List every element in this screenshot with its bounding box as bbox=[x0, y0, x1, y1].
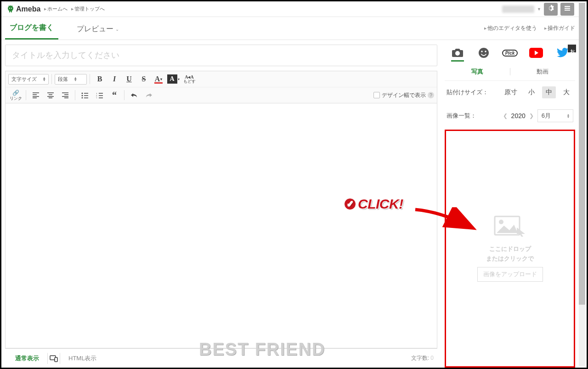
title-input[interactable] bbox=[5, 45, 437, 66]
media-tab-photo[interactable]: 写真 bbox=[445, 63, 510, 80]
media-tab-video[interactable]: 動画 bbox=[510, 63, 576, 80]
dropzone-highlight: ここにドロップ またはクリックで 画像をアップロード bbox=[445, 130, 575, 368]
view-footer: 通常表示 HTML表示 文字数: 0 bbox=[5, 348, 437, 368]
year-prev-icon[interactable]: ❮ bbox=[503, 113, 508, 119]
image-list-label: 画像一覧： bbox=[447, 112, 476, 120]
svg-point-8 bbox=[479, 48, 489, 58]
align-left-button[interactable] bbox=[29, 89, 43, 101]
size-opt-original[interactable]: 原寸 bbox=[501, 86, 521, 98]
year-value: 2020 bbox=[511, 112, 526, 119]
font-size-select[interactable]: 文字サイズ ▴▾ bbox=[8, 74, 49, 85]
svg-point-0 bbox=[82, 93, 83, 94]
drop-text-line2: またはクリックで bbox=[477, 254, 543, 264]
size-opt-small[interactable]: 小 bbox=[525, 86, 538, 98]
upload-button[interactable]: 画像をアップロード bbox=[477, 267, 543, 282]
link-button[interactable]: 🔗 リンク bbox=[8, 89, 23, 101]
italic-button[interactable]: I bbox=[107, 73, 121, 85]
design-width-label: デザイン幅で表示 bbox=[382, 91, 426, 99]
scrollbar[interactable] bbox=[579, 3, 585, 366]
link-guide[interactable]: 操作ガイド bbox=[544, 24, 575, 32]
hamburger-icon bbox=[564, 5, 571, 13]
strikethrough-button[interactable]: S bbox=[137, 73, 151, 85]
bg-color-button[interactable]: A▾ bbox=[166, 73, 180, 85]
brand-text: Ameba bbox=[16, 5, 40, 13]
reset-format-button[interactable]: A◂A もどす bbox=[181, 73, 198, 85]
year-next-icon[interactable]: ❯ bbox=[529, 113, 534, 119]
redo-button[interactable] bbox=[142, 89, 156, 101]
gear-icon bbox=[547, 5, 554, 13]
device-preview-icon[interactable] bbox=[50, 354, 58, 363]
char-count: 文字数: 0 bbox=[411, 354, 434, 362]
svg-point-2 bbox=[82, 97, 83, 99]
view-tab-normal[interactable]: 通常表示 bbox=[9, 351, 45, 366]
settings-button[interactable] bbox=[544, 3, 558, 16]
bold-button[interactable]: B bbox=[93, 73, 107, 85]
stepper-icon: ▴▾ bbox=[43, 77, 45, 81]
align-center-button[interactable] bbox=[44, 89, 57, 101]
number-list-button[interactable]: 123 bbox=[93, 89, 107, 101]
quote-button[interactable]: “ bbox=[107, 89, 121, 101]
link-other-editor[interactable]: 他のエディタを使う bbox=[484, 24, 537, 32]
chevron-down-icon: ⌄ bbox=[115, 27, 119, 32]
image-placeholder-icon bbox=[477, 216, 543, 240]
nav-admin[interactable]: 管理トップへ bbox=[71, 6, 105, 12]
editor-tab-header: ブログを書く プレビュー ⌄ 他のエディタを使う 操作ガイド bbox=[1, 17, 579, 40]
brand-logo[interactable]: Ameba bbox=[6, 5, 40, 14]
view-tab-html[interactable]: HTML表示 bbox=[62, 351, 103, 366]
stepper-icon: ▴▾ bbox=[74, 77, 77, 81]
svg-point-10 bbox=[485, 51, 486, 52]
user-dropdown-caret[interactable]: ▼ bbox=[537, 7, 541, 11]
undo-button[interactable] bbox=[127, 89, 141, 101]
svg-rect-7 bbox=[55, 358, 57, 362]
text-color-button[interactable]: A▾ bbox=[152, 73, 165, 85]
odai-tab[interactable]: お題 bbox=[568, 45, 576, 52]
help-icon[interactable]: ? bbox=[428, 92, 434, 98]
media-emoji-icon[interactable] bbox=[474, 47, 494, 58]
nav-home[interactable]: ホームへ bbox=[44, 6, 68, 12]
underline-button[interactable]: U bbox=[122, 73, 136, 85]
media-camera-icon[interactable] bbox=[447, 48, 468, 58]
svg-point-9 bbox=[481, 51, 483, 52]
size-opt-medium[interactable]: 中 bbox=[542, 86, 556, 98]
editor-body[interactable] bbox=[5, 103, 437, 348]
align-right-button[interactable] bbox=[58, 89, 72, 101]
media-youtube-icon[interactable] bbox=[526, 48, 546, 58]
block-format-select[interactable]: 段落 ▴▾ bbox=[55, 74, 87, 85]
month-select[interactable]: 6月 ▴▾ bbox=[537, 109, 573, 122]
stepper-icon: ▴▾ bbox=[567, 114, 569, 118]
svg-point-13 bbox=[499, 220, 503, 224]
toolbar: 文字サイズ ▴▾ 段落 ▴▾ B I U S A▾ A▾ bbox=[5, 71, 437, 103]
svg-point-1 bbox=[82, 95, 83, 97]
design-width-checkbox[interactable] bbox=[373, 92, 380, 98]
size-opt-large[interactable]: 大 bbox=[560, 86, 573, 98]
link-icon: 🔗 bbox=[12, 90, 19, 97]
media-pick-icon[interactable]: Pick bbox=[500, 50, 520, 57]
image-dropzone[interactable]: ここにドロップ またはクリックで 画像をアップロード bbox=[477, 216, 543, 282]
drop-text-line1: ここにドロップ bbox=[477, 244, 543, 254]
bullet-list-button[interactable] bbox=[78, 89, 92, 101]
media-sidebar: Pick お題 写真 動画 貼付けサイズ： bbox=[441, 40, 579, 368]
top-header: Ameba ホームへ 管理トップへ ▼ bbox=[1, 1, 579, 17]
ameba-icon bbox=[6, 5, 15, 14]
username-blurred[interactable] bbox=[502, 6, 534, 13]
paste-size-label: 貼付けサイズ： bbox=[447, 88, 488, 97]
svg-text:3: 3 bbox=[96, 97, 97, 98]
tab-preview[interactable]: プレビュー ⌄ bbox=[72, 18, 124, 40]
menu-button[interactable] bbox=[560, 3, 574, 16]
tab-write[interactable]: ブログを書く bbox=[5, 17, 58, 40]
